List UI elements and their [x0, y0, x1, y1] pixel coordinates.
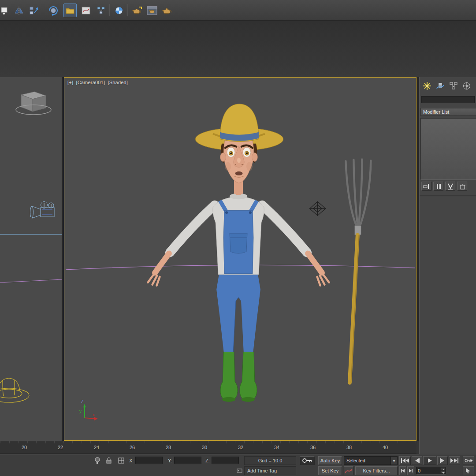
timeline-tickmarks: [0, 441, 416, 443]
play-button[interactable]: [423, 456, 436, 465]
key-mode-value: Selected: [346, 458, 365, 463]
camera-wireframe-object[interactable]: [30, 202, 55, 219]
pitchfork-object[interactable]: [346, 160, 371, 383]
y-coord-input[interactable]: [174, 457, 201, 464]
previous-frame-button[interactable]: [412, 456, 422, 465]
rendered-frame-window-icon: [146, 5, 158, 16]
play-icon: [427, 458, 433, 463]
layer-rotate-button[interactable]: [47, 4, 60, 17]
transform-typein-toggle[interactable]: [117, 456, 125, 465]
time-tag-icon: [236, 467, 243, 475]
rendered-frame-window-button[interactable]: [145, 4, 159, 17]
left-viewport[interactable]: [0, 77, 62, 441]
y-coord-label: Y:: [168, 456, 172, 465]
tab-modify[interactable]: [434, 80, 446, 91]
key-filters-button[interactable]: Key Filters...: [355, 466, 398, 475]
create-tab-icon: [422, 81, 432, 91]
object-name-field[interactable]: [421, 96, 475, 103]
farmer-hat: [213, 104, 265, 142]
go-to-end-button[interactable]: [449, 456, 460, 465]
isolate-selection-toggle[interactable]: [93, 456, 101, 465]
curve-editor-button[interactable]: [79, 4, 93, 17]
x-coord-label: X:: [129, 456, 134, 465]
z-coord-input[interactable]: [212, 457, 239, 464]
camera-viewport[interactable]: [+] [Camera001] [Shaded]: [64, 77, 416, 441]
schematic-view-icon: [96, 5, 106, 16]
auto-key-button[interactable]: Auto Key: [318, 456, 342, 465]
farmer-right-arm: [262, 205, 307, 253]
modifier-list-dropdown[interactable]: Modifier List: [420, 108, 476, 116]
typein-icon: [118, 457, 125, 464]
go-to-start-button[interactable]: [399, 456, 411, 465]
cursor-arrow-icon: [465, 468, 472, 474]
render-production-icon: [161, 5, 173, 16]
grid-setting-display: Grid = 10.0: [244, 456, 296, 465]
mirror-button[interactable]: [12, 4, 26, 17]
schematic-view-button[interactable]: [94, 4, 108, 17]
next-frame-icon: [439, 458, 446, 463]
status-bar: X: Y: Z: Grid = 10.0 Auto Key Selected ▾: [0, 454, 476, 476]
modify-tab-icon: [435, 81, 445, 91]
hierarchy-tab-icon: [449, 81, 458, 91]
tab-motion[interactable]: [461, 80, 472, 91]
x-coord-input[interactable]: [135, 457, 163, 464]
add-time-tag[interactable]: Add Time Tag: [244, 466, 296, 475]
next-frame-button[interactable]: [437, 456, 448, 465]
key-step-icon: [464, 457, 473, 464]
previous-frame-icon: [414, 458, 420, 463]
dummy-cube-object[interactable]: [16, 92, 51, 115]
tangent-curve-icon: [345, 468, 353, 474]
farmer-model[interactable]: [148, 104, 329, 402]
point-helper-gizmo[interactable]: [310, 201, 326, 216]
set-keys-button[interactable]: [300, 456, 315, 465]
timeline-tick-label: 22: [56, 445, 65, 450]
pin-stack-button[interactable]: [421, 182, 431, 191]
spinner-arrows[interactable]: [440, 467, 446, 473]
hat-wireframe-object[interactable]: [0, 378, 29, 402]
workspace-dropdown-button[interactable]: [0, 4, 10, 17]
lock-icon: [105, 457, 112, 465]
axis-x-label: x: [93, 412, 95, 417]
material-editor-icon: [114, 5, 124, 16]
pin-stack-icon: [423, 183, 431, 190]
render-production-button[interactable]: [160, 4, 174, 17]
timeline-tick-label: 24: [92, 445, 101, 450]
next-key-icon: [409, 469, 413, 473]
timeline-tick-label: 38: [344, 445, 354, 450]
layer-rotate-icon: [48, 5, 59, 16]
curve-editor-icon: [81, 5, 91, 16]
remove-modifier-button[interactable]: [457, 182, 467, 191]
material-editor-button[interactable]: [112, 4, 126, 17]
horizon-line-purple: [0, 279, 62, 283]
axis-z-label: Z: [81, 399, 84, 404]
selection-lock-toggle[interactable]: [105, 456, 113, 465]
current-frame-spinner[interactable]: [416, 467, 446, 475]
camera-scene: Z y x: [64, 78, 416, 440]
next-key-button[interactable]: [407, 466, 414, 475]
timeline-tick-label: 26: [127, 445, 137, 450]
timeline-track[interactable]: 20 22 24 26 28 30 32 34 36 38 40: [0, 441, 416, 454]
farmer-head: [220, 138, 258, 183]
make-unique-button[interactable]: [445, 182, 455, 191]
scene-explorer-icon: [65, 5, 75, 16]
axis-y-label: y: [79, 409, 82, 413]
timeline-tick-label: 20: [19, 445, 29, 450]
timeline-tick-label: 28: [164, 445, 173, 450]
modifier-stack[interactable]: [420, 118, 476, 180]
default-tangent-button[interactable]: [344, 466, 353, 475]
render-setup-button[interactable]: [130, 4, 144, 17]
farmer-boots: [220, 352, 257, 402]
left-viewport-scene: [0, 77, 62, 441]
toolbar-separator: [127, 4, 128, 16]
key-mode-toggle-button[interactable]: [463, 456, 474, 465]
previous-key-button[interactable]: [399, 466, 406, 475]
mini-curve-view-button[interactable]: [463, 466, 474, 475]
tab-hierarchy[interactable]: [447, 80, 459, 91]
tab-create[interactable]: [421, 80, 433, 91]
timeline-tick-label: 36: [308, 445, 318, 450]
align-button[interactable]: [27, 4, 41, 17]
show-end-result-button[interactable]: [433, 182, 443, 191]
scene-explorer-button[interactable]: [63, 4, 77, 17]
set-key-button[interactable]: Set Key: [318, 466, 342, 475]
key-mode-combo[interactable]: Selected ▾: [344, 456, 398, 465]
